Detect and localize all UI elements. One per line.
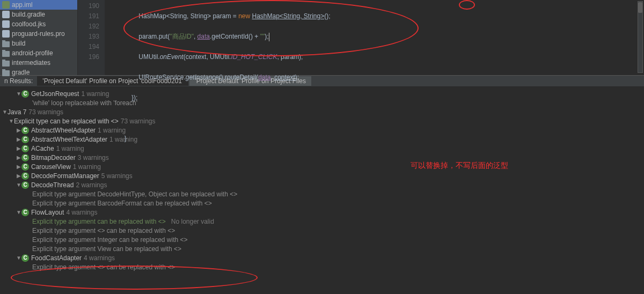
- inspection-item[interactable]: CDecodeFormatManager5 warnings: [0, 171, 644, 180]
- annotation-text: 可以替换掉，不写后面的泛型: [411, 161, 508, 171]
- inspection-item[interactable]: CFlowLayout4 warnings: [0, 208, 644, 217]
- inspection-item[interactable]: Explicit type argument <> can be replace…: [0, 262, 644, 271]
- text-caret: [269, 33, 269, 41]
- class-icon: C: [21, 127, 29, 134]
- results-label: n Results:: [0, 77, 37, 85]
- file-label: app.iml: [12, 1, 33, 9]
- project-file[interactable]: android-profile: [0, 48, 77, 58]
- class-icon: C: [21, 172, 29, 180]
- file-icon: [2, 30, 10, 38]
- project-file[interactable]: app.iml: [0, 0, 77, 10]
- file-icon: [2, 1, 10, 9]
- project-file[interactable]: build: [0, 39, 77, 48]
- top-area: app.imlbuild.gradlecoolfood.jksproguard-…: [0, 0, 644, 75]
- class-icon: C: [21, 181, 29, 189]
- file-icon: [2, 61, 10, 67]
- class-icon: C: [21, 154, 29, 161]
- file-label: coolfood.jks: [12, 20, 46, 28]
- class-icon: C: [21, 90, 29, 98]
- class-icon: C: [21, 145, 29, 152]
- file-icon: [2, 51, 10, 57]
- file-label: build.gradle: [12, 11, 45, 18]
- file-icon: [2, 41, 10, 47]
- file-label: android-profile: [12, 49, 53, 57]
- file-label: build: [12, 40, 25, 47]
- inspection-item[interactable]: Explicit type argument BarcodeFormat can…: [0, 199, 644, 208]
- inspection-item[interactable]: CFoodCastAdapter4 warnings: [0, 253, 644, 262]
- file-label: proguard-rules.pro: [12, 30, 65, 38]
- class-icon: C: [21, 136, 29, 143]
- line-gutter: 190191192193194 196: [78, 0, 105, 75]
- class-icon: C: [21, 254, 29, 262]
- inspection-item[interactable]: Explicit type argument Integer can be re…: [0, 235, 644, 244]
- code-area[interactable]: HashMap<String, String> param = new Hash…: [105, 0, 644, 75]
- project-file[interactable]: coolfood.jks: [0, 19, 77, 29]
- file-icon: [2, 11, 10, 18]
- project-file[interactable]: intermediates: [0, 58, 77, 68]
- project-file[interactable]: proguard-rules.pro: [0, 29, 77, 39]
- inspection-item[interactable]: Explicit type argument <> can be replace…: [0, 226, 644, 235]
- inspection-item[interactable]: Explicit type argument View can be repla…: [0, 244, 644, 253]
- project-file[interactable]: build.gradle: [0, 10, 77, 19]
- code-editor[interactable]: 190191192193194 196 HashMap<String, Stri…: [78, 0, 644, 75]
- class-icon: C: [21, 163, 29, 171]
- project-sidebar: app.imlbuild.gradlecoolfood.jksproguard-…: [0, 0, 78, 75]
- class-icon: C: [21, 209, 29, 216]
- file-icon: [2, 70, 10, 76]
- editor-scrollbar[interactable]: [638, 1, 643, 73]
- inspection-item[interactable]: Explicit type argument can be replaced w…: [0, 217, 644, 226]
- inspection-item[interactable]: CDecodeThread2 warnings: [0, 180, 644, 189]
- inspection-item[interactable]: Explicit type argument DecodeHintType, O…: [0, 189, 644, 199]
- file-label: gradle: [12, 69, 30, 76]
- file-label: intermediates: [12, 59, 50, 67]
- file-icon: [2, 20, 10, 28]
